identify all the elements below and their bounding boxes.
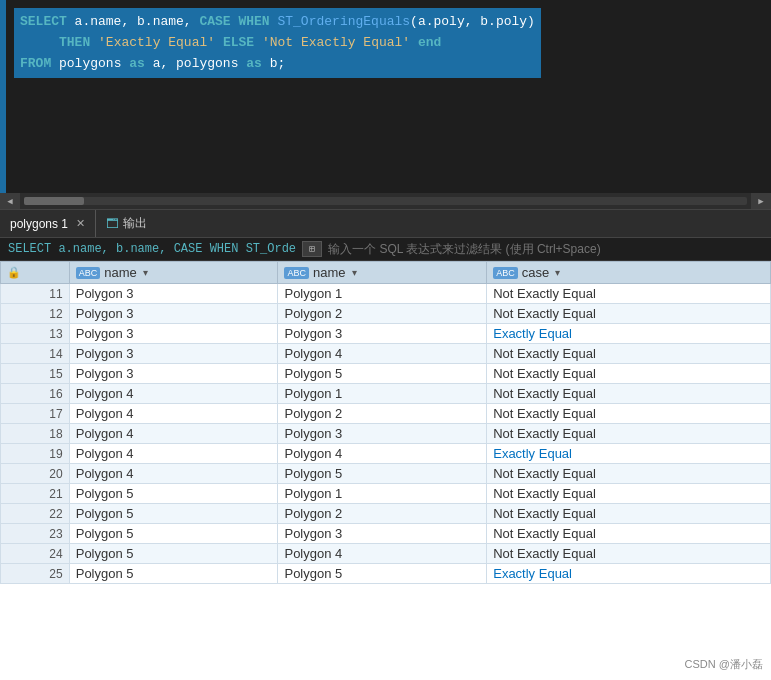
sql-editor[interactable]: SELECT a.name, b.name, CASE WHEN ST_Orde… — [0, 0, 771, 210]
cell-name-b: Polygon 4 — [278, 344, 487, 364]
tab-polygons1-label: polygons 1 — [10, 217, 68, 231]
cell-name-a: Polygon 4 — [69, 464, 278, 484]
table-row: 14Polygon 3Polygon 4Not Exactly Equal — [1, 344, 771, 364]
cell-case: Not Exactly Equal — [487, 464, 771, 484]
cell-name-b: Polygon 4 — [278, 544, 487, 564]
cell-name-a: Polygon 3 — [69, 284, 278, 304]
cell-name-b: Polygon 3 — [278, 524, 487, 544]
cell-name-b: Polygon 5 — [278, 464, 487, 484]
scroll-thumb[interactable] — [24, 197, 84, 205]
table-row: 19Polygon 4Polygon 4Exactly Equal — [1, 444, 771, 464]
cell-rownum: 25 — [1, 564, 70, 584]
scroll-right-btn[interactable]: ▶ — [751, 193, 771, 209]
cell-case: Not Exactly Equal — [487, 284, 771, 304]
query-bar: SELECT a.name, b.name, CASE WHEN ST_Orde… — [0, 238, 771, 261]
cell-name-b: Polygon 2 — [278, 504, 487, 524]
table-row: 11Polygon 3Polygon 1Not Exactly Equal — [1, 284, 771, 304]
cell-name-a: Polygon 5 — [69, 524, 278, 544]
tab-polygons1[interactable]: polygons 1 ✕ — [0, 210, 96, 237]
scroll-track[interactable] — [24, 197, 747, 205]
tab-output-label: 输出 — [123, 215, 147, 232]
col-header-name-b[interactable]: ABC name ▾ — [278, 262, 487, 284]
tab-close-icon[interactable]: ✕ — [76, 217, 85, 230]
cell-case: Not Exactly Equal — [487, 384, 771, 404]
sort-arrow-a[interactable]: ▾ — [143, 267, 148, 278]
sort-arrow-b[interactable]: ▾ — [352, 267, 357, 278]
table-row: 21Polygon 5Polygon 1Not Exactly Equal — [1, 484, 771, 504]
cell-name-a: Polygon 3 — [69, 344, 278, 364]
abc-badge-b: ABC — [284, 267, 309, 279]
cell-name-b: Polygon 3 — [278, 324, 487, 344]
cell-name-a: Polygon 3 — [69, 364, 278, 384]
abc-badge-a: ABC — [76, 267, 101, 279]
cell-case: Not Exactly Equal — [487, 504, 771, 524]
filter-input[interactable] — [328, 242, 763, 256]
cell-name-a: Polygon 5 — [69, 564, 278, 584]
cell-name-b: Polygon 3 — [278, 424, 487, 444]
sql-highlight-block: SELECT a.name, b.name, CASE WHEN ST_Orde… — [14, 8, 541, 78]
cell-case: Not Exactly Equal — [487, 304, 771, 324]
cell-name-b: Polygon 2 — [278, 404, 487, 424]
cell-rownum: 17 — [1, 404, 70, 424]
col-header-case[interactable]: ABC case ▾ — [487, 262, 771, 284]
editor-content: SELECT a.name, b.name, CASE WHEN ST_Orde… — [0, 0, 771, 86]
cell-case: Not Exactly Equal — [487, 364, 771, 384]
lock-icon: 🔒 — [7, 266, 21, 279]
cell-name-a: Polygon 5 — [69, 544, 278, 564]
col-name-b-label: name — [313, 265, 346, 280]
cell-case: Exactly Equal — [487, 444, 771, 464]
cell-rownum: 20 — [1, 464, 70, 484]
cell-name-b: Polygon 4 — [278, 444, 487, 464]
cell-name-b: Polygon 1 — [278, 384, 487, 404]
table-row: 25Polygon 5Polygon 5Exactly Equal — [1, 564, 771, 584]
cell-case: Not Exactly Equal — [487, 424, 771, 444]
cell-rownum: 21 — [1, 484, 70, 504]
cell-name-a: Polygon 5 — [69, 504, 278, 524]
cell-name-a: Polygon 4 — [69, 404, 278, 424]
cell-rownum: 23 — [1, 524, 70, 544]
table-row: 16Polygon 4Polygon 1Not Exactly Equal — [1, 384, 771, 404]
cell-name-a: Polygon 4 — [69, 424, 278, 444]
col-case-label: case — [522, 265, 549, 280]
table-row: 18Polygon 4Polygon 3Not Exactly Equal — [1, 424, 771, 444]
cell-name-a: Polygon 3 — [69, 304, 278, 324]
cell-rownum: 15 — [1, 364, 70, 384]
table-header-row: 🔒 ABC name ▾ ABC name ▾ — [1, 262, 771, 284]
watermark: CSDN @潘小磊 — [685, 657, 763, 672]
cell-name-b: Polygon 2 — [278, 304, 487, 324]
results-area[interactable]: 🔒 ABC name ▾ ABC name ▾ — [0, 261, 771, 680]
scroll-left-btn[interactable]: ◀ — [0, 193, 20, 209]
cell-rownum: 16 — [1, 384, 70, 404]
cell-name-b: Polygon 1 — [278, 284, 487, 304]
tab-output[interactable]: 🗔 输出 — [96, 210, 157, 237]
cell-case: Exactly Equal — [487, 564, 771, 584]
cell-rownum: 19 — [1, 444, 70, 464]
cell-case: Not Exactly Equal — [487, 484, 771, 504]
horizontal-scrollbar[interactable]: ◀ ▶ — [0, 193, 771, 209]
table-row: 17Polygon 4Polygon 2Not Exactly Equal — [1, 404, 771, 424]
cell-case: Not Exactly Equal — [487, 544, 771, 564]
cell-rownum: 22 — [1, 504, 70, 524]
cell-name-b: Polygon 1 — [278, 484, 487, 504]
table-body: 11Polygon 3Polygon 1Not Exactly Equal12P… — [1, 284, 771, 584]
cell-rownum: 18 — [1, 424, 70, 444]
cell-name-a: Polygon 4 — [69, 444, 278, 464]
table-row: 22Polygon 5Polygon 2Not Exactly Equal — [1, 504, 771, 524]
col-header-name-a[interactable]: ABC name ▾ — [69, 262, 278, 284]
table-row: 23Polygon 5Polygon 3Not Exactly Equal — [1, 524, 771, 544]
sort-arrow-case[interactable]: ▾ — [555, 267, 560, 278]
cell-name-b: Polygon 5 — [278, 564, 487, 584]
query-text: SELECT a.name, b.name, CASE WHEN ST_Orde — [8, 242, 296, 256]
cell-name-a: Polygon 3 — [69, 324, 278, 344]
cell-name-b: Polygon 5 — [278, 364, 487, 384]
filter-expand-btn[interactable]: ⊞ — [302, 241, 322, 257]
cell-case: Not Exactly Equal — [487, 404, 771, 424]
col-header-rownum: 🔒 — [1, 262, 70, 284]
tab-bar: polygons 1 ✕ 🗔 输出 — [0, 210, 771, 238]
cell-rownum: 14 — [1, 344, 70, 364]
abc-badge-case: ABC — [493, 267, 518, 279]
col-name-a-label: name — [104, 265, 137, 280]
cell-name-a: Polygon 5 — [69, 484, 278, 504]
cell-case: Exactly Equal — [487, 324, 771, 344]
cell-case: Not Exactly Equal — [487, 524, 771, 544]
